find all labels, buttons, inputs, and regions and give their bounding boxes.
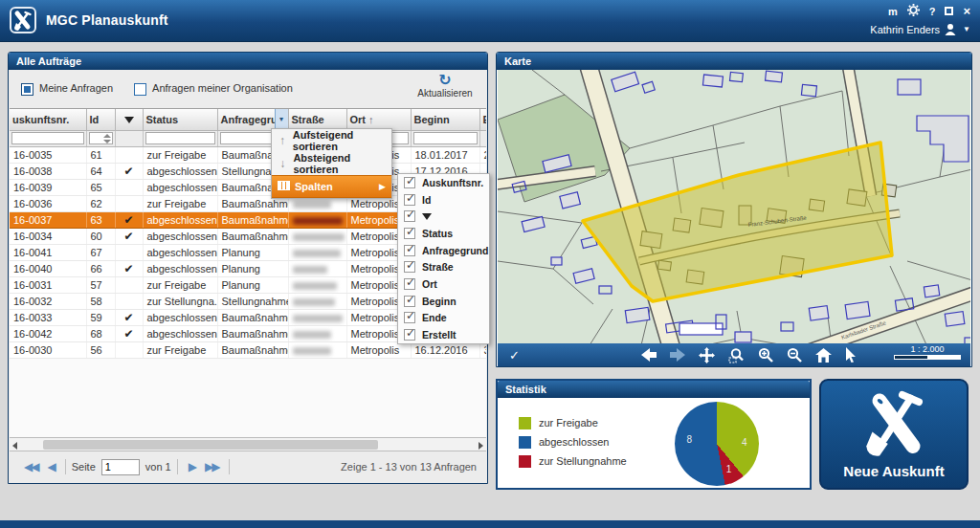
col-strasse[interactable]: Straße (288, 109, 346, 130)
submenu-column-item[interactable]: Ort (398, 275, 489, 293)
help-icon[interactable]: ? (929, 6, 936, 17)
legend-item: zur Stellungnahme (519, 451, 627, 471)
maximize-icon[interactable] (945, 7, 953, 15)
legend-swatch (519, 455, 531, 468)
user-menu[interactable]: Kathrin Enders ▼ (870, 23, 970, 35)
first-page-button[interactable]: ◀◀ (24, 460, 37, 473)
chart-legend: zur Freigabeabgeschlossenzur Stellungnah… (519, 413, 627, 471)
column-checked-checkbox[interactable] (404, 245, 415, 256)
table-header-row: uskunftsnr. Id Status Anfragegrund ▾ Str… (10, 109, 486, 130)
column-checked-checkbox[interactable] (404, 177, 415, 188)
checkbox-org-requests[interactable]: Anfragen meiner Organisation (134, 82, 293, 96)
checkbox-my-requests[interactable]: Meine Anfragen (21, 82, 113, 96)
scroll-right-icon[interactable] (479, 442, 483, 450)
submenu-column-item[interactable]: Beginn (398, 293, 489, 310)
menu-sort-descending[interactable]: ↓ Absteigend sortieren (272, 152, 391, 175)
col-auskunftsnr[interactable]: uskunftsnr. (10, 109, 86, 130)
submenu-column-item[interactable]: Ende (398, 310, 489, 327)
mobile-view-icon[interactable]: m (888, 6, 898, 17)
filter-status-input[interactable] (145, 132, 215, 144)
menu-sort-ascending[interactable]: ↑ Aufsteigend sortieren (272, 129, 391, 152)
close-icon[interactable]: × (963, 4, 970, 18)
submenu-column-item[interactable] (398, 208, 489, 225)
shovel-plan-icon (856, 386, 932, 463)
pan-icon[interactable] (699, 347, 715, 363)
scrollbar-thumb[interactable] (43, 440, 378, 450)
column-checked-checkbox[interactable] (404, 261, 415, 273)
redacted-street (293, 282, 337, 290)
checkbox-my-requests-box[interactable] (21, 83, 33, 96)
checkbox-org-requests-box[interactable] (134, 83, 146, 96)
sort-ascending-icon: ↑ (368, 114, 374, 125)
column-checked-checkbox[interactable] (404, 329, 415, 341)
submenu-column-item[interactable]: Status (398, 225, 489, 242)
redacted-street (293, 250, 341, 257)
sort-desc-icon: ↓ (272, 157, 293, 170)
new-request-button[interactable]: Neue Auskunft (819, 379, 969, 490)
submenu-column-item[interactable]: Id (398, 191, 489, 209)
settings-gear-icon[interactable] (907, 4, 920, 18)
map-check-icon[interactable]: ✓ (509, 348, 520, 363)
redacted-street (293, 233, 345, 241)
scale-text: 1 : 2.000 (910, 344, 944, 354)
refresh-button[interactable]: ↻ Aktualisieren (412, 73, 479, 99)
done-column-arrow-icon (422, 213, 432, 220)
app-title: MGC Planauskunft (46, 12, 168, 28)
column-checked-checkbox[interactable] (404, 210, 415, 222)
legend-item: abgeschlossen (519, 432, 627, 451)
pie-slice-value: 4 (742, 436, 747, 447)
zoom-box-icon[interactable] (728, 347, 745, 363)
col-ort[interactable]: Ort ↑ (346, 109, 411, 130)
col-done[interactable] (115, 109, 143, 130)
pointer-icon[interactable] (845, 347, 858, 363)
last-page-button[interactable]: ▶▶ (205, 460, 218, 473)
id-spinner[interactable] (103, 134, 112, 144)
user-avatar-icon (945, 23, 958, 35)
table-row[interactable]: 16-003561zur FreigabeBaumaßnahmeMetropol… (10, 146, 486, 163)
pie-slice-value: 1 (726, 464, 732, 474)
scale-bar (894, 355, 961, 360)
back-icon[interactable] (641, 348, 657, 362)
col-status[interactable]: Status (143, 109, 217, 130)
home-icon[interactable] (815, 348, 832, 363)
app-logo-icon (10, 7, 36, 33)
map-canvas[interactable]: Franz-Schubert-Straße Karlsbader Straße (498, 70, 970, 343)
page-number-input[interactable] (101, 459, 140, 475)
columns-submenu: Auskunftsnr.IdStatusAnfragegrundStraßeOr… (397, 173, 490, 344)
submenu-column-item[interactable]: Erstellt (398, 326, 489, 343)
col-ende[interactable]: Ende (479, 109, 486, 130)
submenu-column-item[interactable]: Auskunftsnr. (398, 174, 489, 191)
redacted-street (293, 201, 331, 209)
orders-panel-title: Alle Aufträge (9, 53, 487, 70)
forward-icon[interactable] (670, 348, 685, 362)
column-checked-checkbox[interactable] (404, 296, 415, 307)
prev-page-button[interactable]: ◀ (47, 460, 54, 473)
col-id[interactable]: Id (86, 109, 115, 130)
column-menu-trigger-icon[interactable]: ▾ (275, 109, 288, 130)
pie-slice-value: 8 (687, 434, 693, 445)
menu-columns[interactable]: Spalten ▶ (272, 175, 391, 198)
filter-row (10, 130, 486, 146)
column-checked-checkbox[interactable] (404, 194, 415, 206)
map-panel: Karte (496, 52, 972, 367)
submenu-column-item[interactable]: Anfragegrund (398, 242, 489, 259)
next-page-button[interactable]: ▶ (189, 460, 195, 473)
map-toolbar: ✓ 1 : 2.000 (498, 343, 970, 366)
scroll-left-icon[interactable] (12, 442, 17, 450)
column-checked-checkbox[interactable] (404, 312, 415, 323)
done-column-arrow-icon (124, 117, 134, 123)
zoom-out-icon[interactable] (787, 347, 802, 363)
zoom-in-icon[interactable] (758, 347, 773, 363)
filter-beginn-input[interactable] (413, 132, 478, 144)
col-beginn[interactable]: Beginn (411, 109, 479, 130)
legend-swatch (519, 417, 531, 429)
legend-swatch (519, 436, 531, 449)
filter-auskunftsnr-input[interactable] (11, 132, 84, 144)
page-label: Seite (72, 461, 96, 473)
submenu-column-item[interactable]: Straße (398, 258, 489, 275)
horizontal-scrollbar[interactable] (10, 437, 486, 451)
col-anfragegrund[interactable]: Anfragegrund ▾ (217, 109, 288, 130)
column-checked-checkbox[interactable] (404, 228, 415, 239)
column-checked-checkbox[interactable] (404, 278, 415, 290)
redacted-street (293, 298, 335, 306)
